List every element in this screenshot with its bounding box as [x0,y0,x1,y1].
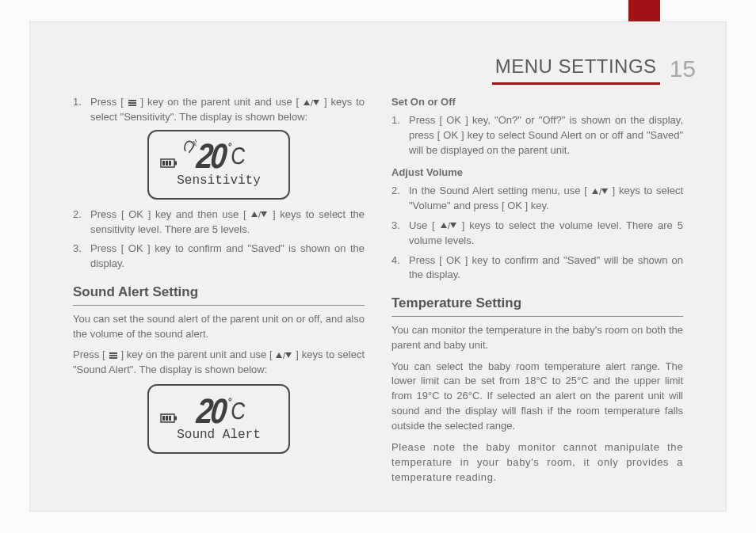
svg-rect-23 [166,416,168,421]
step-number: 1. [391,113,409,158]
heading-adjust-volume: Adjust Volume [391,166,683,181]
list-item: 3. Use [ / ] keys to select the volume l… [391,219,683,249]
lcd-display-sensitivity: 20°C Sensitivity [73,130,365,200]
up-down-arrows-icon: / [275,352,292,360]
list-item: 4. Press [ OK ] key to confirm and "Save… [391,253,683,284]
svg-rect-22 [162,416,165,421]
step-number: 4. [391,253,409,284]
heading-set-on-off: Set On or Off [391,95,683,110]
svg-marker-13 [261,211,267,217]
svg-rect-0 [128,100,136,101]
ear-icon [182,139,197,159]
sensitivity-steps-cont: 2. Press [ OK ] key and then use [ / ] k… [73,207,365,272]
lcd-screen: 20°C Sensitivity [147,130,290,200]
up-down-arrows-icon: / [250,211,268,219]
lcd-temperature: 20°C [196,395,247,427]
paragraph: Please note the baby monitor cannot mani… [391,440,683,485]
svg-rect-9 [166,161,168,166]
page-number: 15 [670,51,696,86]
step-text: Press [ OK ] key to confirm and "Saved" … [409,253,683,284]
step-number: 2. [391,184,409,214]
battery-icon [160,413,178,428]
step-number: 1. [73,95,90,125]
paragraph: Press [ ] key on the parent unit and use… [73,348,365,378]
right-column: Set On or Off 1. Press [ OK ] key, "On?"… [391,95,683,487]
list-item: 2. Press [ OK ] key and then use [ / ] k… [73,207,365,238]
lcd-temperature: 20°C [196,140,247,172]
svg-rect-8 [162,161,165,166]
step-text: Press [ OK ] key, "On?" or "Off?" is sho… [409,113,683,158]
step-number: 3. [391,219,409,249]
up-down-arrows-icon: / [303,99,320,107]
svg-rect-16 [109,357,117,359]
svg-rect-2 [128,105,136,106]
sensitivity-steps: 1. Press [ ] key on the parent unit and … [73,95,365,125]
paragraph: You can monitor the temperature in the b… [391,323,683,353]
svg-marker-28 [441,223,447,228]
onoff-steps: 1. Press [ OK ] key, "On?" or "Off?" is … [391,113,683,158]
page-header: MENU SETTINGS 15 [60,52,696,86]
step-number: 3. [73,242,90,272]
svg-marker-30 [450,223,456,228]
svg-rect-14 [109,352,117,354]
menu-icon [128,99,137,107]
svg-rect-15 [109,355,117,356]
list-item: 2. In the Sound Alert setting menu, use … [391,184,683,214]
lcd-top-row: 20°C [157,140,281,172]
page-container: MENU SETTINGS 15 1. Press [ ] key on the… [30,22,726,511]
battery-icon [160,158,178,173]
step-text: Press [ ] key on the parent unit and use… [90,95,365,125]
page-title: MENU SETTINGS [492,53,660,85]
svg-rect-10 [169,161,171,166]
heading-sound-alert: Sound Alert Setting [73,283,365,306]
svg-marker-27 [601,188,608,194]
lcd-top-row: 20°C [157,395,281,427]
paragraph: You can select the baby room temperature… [391,360,683,434]
svg-marker-5 [313,100,319,105]
volume-steps: 2. In the Sound Alert setting menu, use … [391,184,683,283]
svg-marker-3 [304,100,310,105]
step-text: In the Sound Alert setting menu, use [ /… [409,184,683,214]
content-columns: 1. Press [ ] key on the parent unit and … [73,95,683,487]
list-item: 3. Press [ OK ] key to confirm and "Save… [73,242,365,272]
header-accent-block [628,0,660,22]
up-down-arrows-icon: / [591,188,609,196]
paragraph: You can set the sound alert of the paren… [73,312,365,342]
list-item: 1. Press [ ] key on the parent unit and … [73,95,365,125]
lcd-display-sound-alert: 20°C Sound Alert [73,384,365,454]
up-down-arrows-icon: / [440,222,457,230]
step-text: Press [ OK ] key and then use [ / ] keys… [90,207,365,238]
svg-marker-19 [285,352,292,358]
heading-temperature: Temperature Setting [391,294,683,317]
svg-rect-21 [174,416,177,420]
step-text: Press [ OK ] key to confirm and "Saved" … [90,242,365,272]
svg-rect-7 [174,162,177,166]
menu-icon [109,352,118,360]
lcd-screen: 20°C Sound Alert [147,384,290,454]
list-item: 1. Press [ OK ] key, "On?" or "Off?" is … [391,113,683,158]
step-number: 2. [73,207,90,238]
svg-marker-17 [276,352,282,358]
step-text: Use [ / ] keys to select the volume leve… [409,219,683,249]
svg-marker-25 [592,188,598,194]
svg-rect-1 [128,102,136,104]
left-column: 1. Press [ ] key on the parent unit and … [73,95,365,487]
svg-marker-11 [251,211,258,217]
svg-rect-24 [169,416,171,421]
